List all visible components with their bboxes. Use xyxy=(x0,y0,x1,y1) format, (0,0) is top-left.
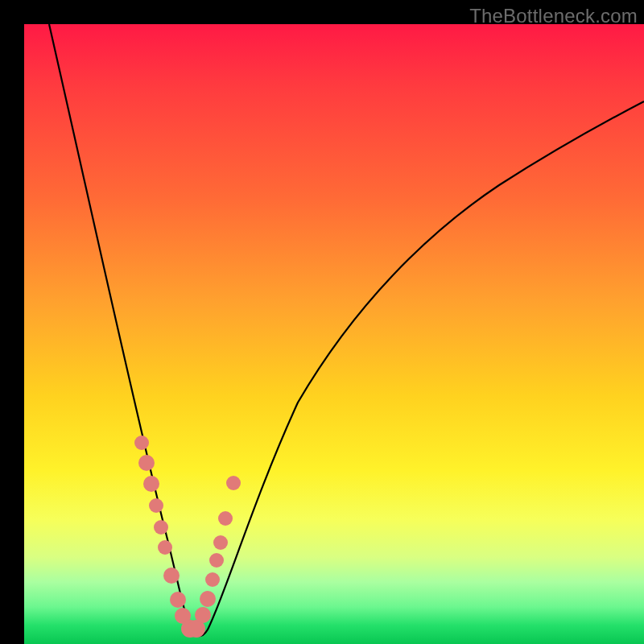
bottleneck-curve xyxy=(49,24,644,636)
sample-point xyxy=(154,520,168,535)
sample-point xyxy=(143,476,159,492)
sample-point xyxy=(213,535,228,550)
sample-point xyxy=(195,607,211,623)
sample-point xyxy=(163,568,180,584)
sample-point xyxy=(209,553,224,568)
sample-point xyxy=(218,511,233,526)
sample-point xyxy=(226,476,241,490)
watermark-text: TheBottleneck.com xyxy=(469,5,638,27)
sample-point xyxy=(158,540,172,555)
curve-layer xyxy=(24,24,644,644)
sample-point xyxy=(200,591,216,607)
sample-point xyxy=(149,498,163,513)
sample-point xyxy=(138,455,155,471)
sample-point xyxy=(170,592,186,608)
sample-point xyxy=(205,572,220,587)
chart-frame: TheBottleneck.com xyxy=(0,0,644,644)
plot-area xyxy=(24,24,644,644)
sample-point xyxy=(134,436,149,450)
